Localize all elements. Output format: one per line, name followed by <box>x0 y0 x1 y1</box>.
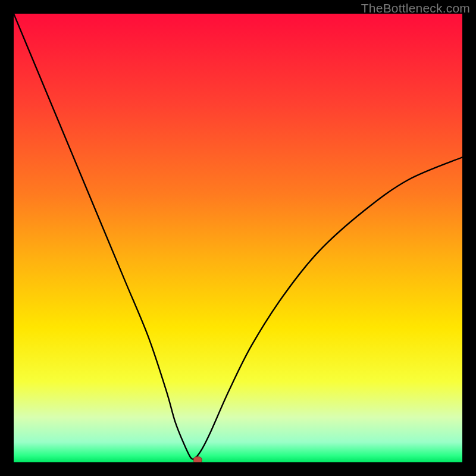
bottleneck-chart <box>14 14 462 462</box>
chart-frame <box>14 14 462 462</box>
gradient-background <box>14 14 462 462</box>
watermark-text: TheBottleneck.com <box>361 1 470 15</box>
optimal-point-marker <box>193 457 202 462</box>
